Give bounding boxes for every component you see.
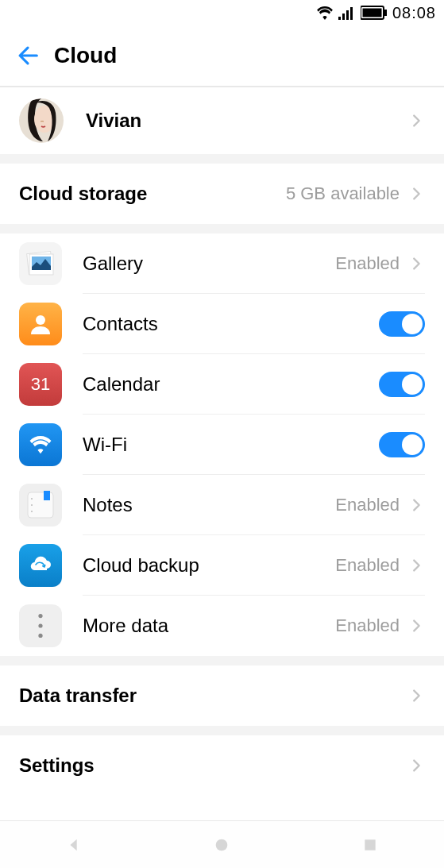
service-contacts: Contacts — [0, 294, 444, 354]
chevron-right-icon — [407, 496, 425, 514]
service-label: Cloud backup — [83, 554, 335, 577]
more-icon — [19, 604, 62, 647]
back-button[interactable] — [8, 36, 48, 75]
service-cloud-backup[interactable]: Cloud backup Enabled — [0, 535, 444, 596]
service-label: Calendar — [83, 373, 379, 395]
service-label: Gallery — [83, 253, 335, 275]
svg-rect-22 — [365, 839, 375, 850]
status-time: 08:08 — [392, 4, 436, 22]
chevron-right-icon — [407, 687, 425, 704]
svg-rect-3 — [350, 7, 353, 20]
cloud-storage-value: 5 GB available — [286, 183, 400, 204]
wifi-icon — [316, 6, 334, 20]
cloud-storage-label: Cloud storage — [19, 183, 286, 205]
wifi-toggle[interactable] — [379, 432, 425, 457]
svg-rect-5 — [362, 9, 381, 17]
svg-point-15 — [31, 498, 33, 500]
profile-name: Vivian — [86, 110, 407, 132]
svg-rect-1 — [342, 14, 345, 20]
calendar-icon: 31 — [19, 363, 62, 406]
service-gallery[interactable]: Gallery Enabled — [0, 233, 444, 294]
signal-icon — [338, 6, 356, 20]
battery-icon — [361, 6, 388, 20]
chevron-right-icon — [407, 757, 425, 774]
svg-point-20 — [38, 634, 42, 638]
profile-row[interactable]: Vivian — [0, 87, 444, 154]
settings-label: Settings — [19, 754, 407, 777]
nav-back-button[interactable] — [58, 829, 90, 861]
contacts-icon — [19, 303, 62, 345]
page-title: Cloud — [54, 43, 117, 68]
svg-point-17 — [31, 511, 33, 512]
data-transfer-label: Data transfer — [19, 685, 407, 707]
status-bar: 08:08 — [0, 0, 444, 25]
service-status: Enabled — [335, 495, 400, 515]
settings-row[interactable]: Settings — [0, 735, 444, 796]
chevron-right-icon — [407, 112, 425, 129]
service-status: Enabled — [335, 615, 400, 636]
svg-rect-14 — [44, 491, 50, 500]
svg-point-12 — [36, 315, 45, 325]
avatar — [19, 98, 64, 143]
cloud-storage-row[interactable]: Cloud storage 5 GB available — [0, 164, 444, 224]
svg-point-21 — [216, 839, 228, 851]
svg-rect-6 — [384, 10, 387, 16]
service-label: Wi-Fi — [83, 434, 379, 456]
svg-point-19 — [38, 623, 42, 627]
service-calendar: 31 Calendar — [0, 354, 444, 415]
service-notes[interactable]: Notes Enabled — [0, 475, 444, 535]
service-label: More data — [83, 615, 335, 637]
system-navbar — [0, 820, 444, 868]
services-list: Gallery Enabled Contacts 31 Calendar — [0, 233, 444, 656]
svg-point-16 — [31, 504, 33, 506]
chevron-right-icon — [407, 255, 425, 272]
service-status: Enabled — [335, 555, 400, 576]
data-transfer-row[interactable]: Data transfer — [0, 665, 444, 726]
contacts-toggle[interactable] — [379, 311, 425, 337]
nav-home-button[interactable] — [206, 829, 237, 861]
svg-rect-2 — [346, 10, 349, 20]
service-wifi: Wi-Fi — [0, 415, 444, 475]
service-label: Notes — [83, 494, 335, 516]
service-status: Enabled — [335, 253, 400, 274]
gallery-icon — [19, 242, 62, 285]
app-header: Cloud — [0, 25, 444, 87]
svg-point-18 — [38, 614, 42, 618]
svg-rect-0 — [338, 17, 341, 20]
calendar-toggle[interactable] — [379, 372, 425, 397]
notes-icon — [19, 484, 62, 527]
service-label: Contacts — [83, 313, 379, 335]
cloud-backup-icon — [19, 544, 62, 587]
wifi-icon — [19, 423, 62, 466]
chevron-right-icon — [407, 617, 425, 635]
chevron-right-icon — [407, 557, 425, 574]
chevron-right-icon — [407, 185, 425, 203]
nav-recent-button[interactable] — [354, 829, 386, 861]
service-more-data[interactable]: More data Enabled — [0, 596, 444, 656]
